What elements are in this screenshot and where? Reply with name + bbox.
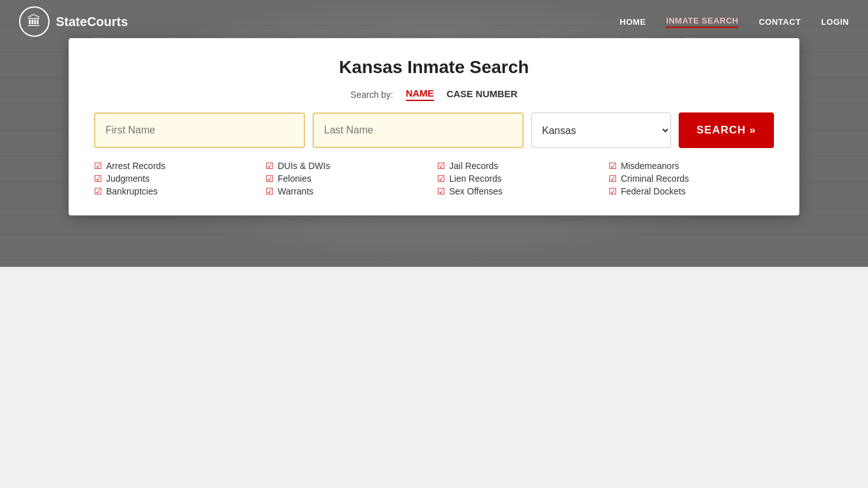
checkbox-icon: ☑ (437, 173, 445, 184)
checkbox-label: Misdemeanors (621, 161, 679, 171)
checkbox-label: Criminal Records (621, 173, 689, 184)
checkbox-label: Judgments (106, 173, 149, 184)
checkbox-icon: ☑ (609, 186, 617, 196)
logo-icon: 🏛 (19, 6, 50, 37)
checkbox-icon: ☑ (94, 186, 102, 196)
nav-links: HOME INMATE SEARCH CONTACT LOGIN (620, 16, 849, 28)
search-button[interactable]: SEARCH » (679, 112, 774, 148)
checkbox-arrest-records: ☑ Arrest Records (94, 161, 259, 171)
checkbox-felonies: ☑ Felonies (266, 173, 431, 184)
hero-section: COURTHOUSE 🏛 StateCourts HOME INMATE SEA… (0, 0, 868, 267)
checkbox-icon: ☑ (94, 161, 102, 171)
checkbox-label: Bankruptcies (106, 186, 158, 196)
checkbox-judgments: ☑ Judgments (94, 173, 259, 184)
checkbox-label: Warrants (278, 186, 313, 196)
last-name-input[interactable] (313, 112, 524, 148)
checkbox-icon: ☑ (437, 186, 445, 196)
checkbox-icon: ☑ (266, 186, 274, 196)
nav-login[interactable]: LOGIN (821, 17, 849, 27)
checkbox-icon: ☑ (94, 173, 102, 184)
search-by-label: Search by: (351, 90, 393, 100)
checkboxes-area: ☑ Arrest Records ☑ DUIs & DWIs ☑ Jail Re… (94, 161, 774, 196)
checkbox-label: Jail Records (449, 161, 498, 171)
search-inputs-row: Kansas Alabama Alaska Arizona Arkansas C… (94, 112, 774, 148)
state-select[interactable]: Kansas Alabama Alaska Arizona Arkansas C… (531, 112, 671, 148)
checkbox-icon: ☑ (266, 173, 274, 184)
checkbox-bankruptcies: ☑ Bankruptcies (94, 186, 259, 196)
checkbox-label: Federal Dockets (621, 186, 686, 196)
tab-case-number[interactable]: CASE NUMBER (447, 88, 518, 100)
checkbox-icon: ☑ (437, 161, 445, 171)
checkbox-icon: ☑ (609, 161, 617, 171)
search-card: Kansas Inmate Search Search by: NAME CAS… (69, 38, 799, 215)
checkbox-jail-records: ☑ Jail Records (437, 161, 602, 171)
nav-home[interactable]: HOME (620, 17, 646, 27)
checkbox-federal-dockets: ☑ Federal Dockets (609, 186, 774, 196)
checkbox-criminal-records: ☑ Criminal Records (609, 173, 774, 184)
checkbox-label: DUIs & DWIs (278, 161, 330, 171)
logo-text: StateCourts (56, 15, 128, 29)
checkbox-label: Lien Records (449, 173, 502, 184)
checkbox-misdemeanors: ☑ Misdemeanors (609, 161, 774, 171)
checkbox-sex-offenses: ☑ Sex Offenses (437, 186, 602, 196)
logo-area[interactable]: 🏛 StateCourts (19, 6, 128, 37)
checkbox-label: Arrest Records (106, 161, 165, 171)
checkbox-duis-dwis: ☑ DUIs & DWIs (266, 161, 431, 171)
first-name-input[interactable] (94, 112, 305, 148)
checkbox-icon: ☑ (266, 161, 274, 171)
search-by-row: Search by: NAME CASE NUMBER (94, 88, 774, 101)
nav-contact[interactable]: CONTACT (759, 17, 801, 27)
nav-inmate-search[interactable]: INMATE SEARCH (666, 16, 738, 28)
tab-name[interactable]: NAME (406, 88, 434, 101)
checkbox-lien-records: ☑ Lien Records (437, 173, 602, 184)
search-card-title: Kansas Inmate Search (94, 57, 774, 78)
checkbox-warrants: ☑ Warrants (266, 186, 431, 196)
checkbox-label: Felonies (278, 173, 311, 184)
top-navigation: 🏛 StateCourts HOME INMATE SEARCH CONTACT… (0, 0, 868, 43)
checkbox-icon: ☑ (609, 173, 617, 184)
checkbox-label: Sex Offenses (449, 186, 503, 196)
